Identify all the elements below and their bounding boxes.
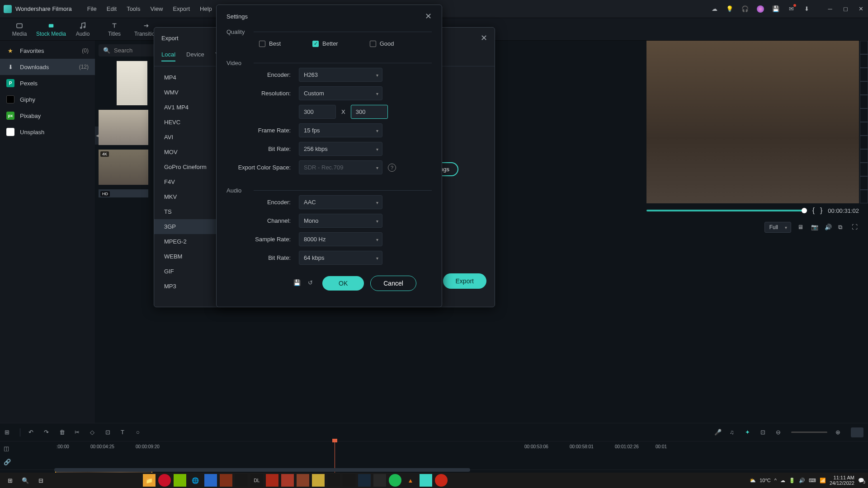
quality-good[interactable]: Good — [370, 40, 394, 47]
search-input[interactable]: 🔍 Search — [99, 44, 154, 56]
mark-in-icon[interactable]: { — [812, 206, 815, 215]
media-thumb[interactable] — [117, 61, 147, 105]
notifications-icon[interactable]: 💬3 — [858, 478, 864, 483]
resolution-dropdown[interactable]: Custom▾ — [299, 86, 382, 100]
timeline-view-icon[interactable] — [851, 427, 863, 437]
zoom-in-icon[interactable]: ⊕ — [835, 429, 843, 436]
marker-slot[interactable] — [860, 163, 868, 176]
marker-slot[interactable] — [860, 41, 868, 54]
menu-tools[interactable]: Tools — [122, 3, 145, 15]
link-icon[interactable]: 🔗 — [4, 459, 11, 466]
sidebar-item-unsplash[interactable]: Unsplash — [0, 124, 95, 140]
preview-viewport[interactable] — [646, 41, 859, 203]
tray-volume-icon[interactable]: 🔊 — [799, 478, 805, 483]
volume-icon[interactable]: 🔊 — [825, 224, 832, 231]
app-icon[interactable]: DL — [250, 474, 263, 487]
save-icon[interactable]: 💾 — [772, 5, 779, 13]
app-icon[interactable] — [297, 474, 309, 487]
filmora-task-icon[interactable] — [420, 474, 432, 487]
chrome-icon[interactable]: 🌐 — [189, 474, 202, 487]
tag-icon[interactable]: ◇ — [90, 429, 97, 436]
format-mkv[interactable]: MKV — [154, 189, 217, 204]
cloud-icon[interactable]: ☁ — [711, 5, 718, 13]
snapshot-icon[interactable]: 📷 — [811, 224, 818, 231]
menu-file[interactable]: File — [83, 3, 101, 15]
menu-view[interactable]: View — [146, 3, 167, 15]
app-icon[interactable] — [327, 474, 340, 487]
format-mp3[interactable]: MP3 — [154, 279, 217, 294]
format-webm[interactable]: WEBM — [154, 249, 217, 264]
weather-temp[interactable]: 10°C — [760, 478, 771, 483]
marker-slot[interactable] — [860, 149, 868, 163]
app-icon[interactable] — [312, 474, 325, 487]
cancel-button[interactable]: Cancel — [370, 276, 416, 291]
app-icon[interactable] — [204, 474, 217, 487]
mixer-icon[interactable]: ♫ — [730, 429, 737, 436]
format-ts[interactable]: TS — [154, 204, 217, 219]
popout-icon[interactable]: ⧉ — [838, 224, 845, 231]
sidebar-item-giphy[interactable]: Giphy — [0, 91, 95, 108]
app-icon[interactable] — [358, 474, 371, 487]
lightbulb-icon[interactable]: 💡 — [726, 5, 733, 13]
format-gif[interactable]: GIF — [154, 264, 217, 279]
export-button[interactable]: Export — [443, 273, 486, 289]
quality-best[interactable]: Best — [259, 40, 281, 47]
marker-slot[interactable] — [860, 54, 868, 68]
scrubber-knob[interactable] — [802, 208, 807, 213]
marker-green-icon[interactable]: ✦ — [745, 429, 752, 436]
format-mov[interactable]: MOV — [154, 145, 217, 160]
format-f4v[interactable]: F4V — [154, 174, 217, 189]
opera-icon[interactable] — [158, 474, 171, 487]
tray-wifi-icon[interactable]: 📶 — [820, 478, 826, 483]
timeline-hscroll[interactable] — [54, 468, 470, 472]
nvidia-icon[interactable] — [174, 474, 186, 487]
resolution-width-input[interactable] — [299, 105, 336, 119]
app-icon[interactable] — [220, 474, 232, 487]
spotify-icon[interactable] — [389, 474, 401, 487]
maximize-icon[interactable]: ◻ — [842, 5, 849, 13]
sidebar-item-downloads[interactable]: ⬇ Downloads (12) — [0, 59, 95, 75]
sidebar-item-pixabay[interactable]: px Pixabay — [0, 108, 95, 124]
tray-battery-icon[interactable]: 🔋 — [789, 478, 795, 483]
export-tab-device[interactable]: Device — [186, 48, 204, 61]
explorer-icon[interactable]: 📁 — [143, 474, 156, 487]
redo-icon[interactable]: ↷ — [44, 429, 51, 436]
tray-chevron-icon[interactable]: ^ — [774, 478, 777, 483]
app-icon[interactable] — [281, 474, 294, 487]
timeline-ruler[interactable]: :00:00 00:00:04:25 00:00:09:20 00:00:53:… — [54, 441, 868, 455]
export-tab-local[interactable]: Local — [161, 48, 175, 61]
mic-icon[interactable]: 🎤 — [714, 429, 722, 436]
quality-better[interactable]: ✓Better — [312, 40, 338, 47]
menu-help[interactable]: Help — [195, 3, 217, 15]
menu-export[interactable]: Export — [168, 3, 194, 15]
app-icon[interactable] — [373, 474, 386, 487]
adjust-icon[interactable]: ⊞ — [5, 429, 12, 436]
fullscreen-icon[interactable]: ⛶ — [852, 224, 859, 231]
reset-icon[interactable]: ↺ — [308, 279, 316, 287]
marker-slot[interactable] — [860, 95, 868, 108]
display-icon[interactable]: 🖥 — [797, 224, 805, 231]
fit-icon[interactable]: ⊡ — [760, 429, 768, 436]
app-icon[interactable] — [266, 474, 278, 487]
app-icon[interactable] — [235, 474, 248, 487]
ok-button[interactable]: OK — [322, 276, 364, 291]
marker-slot[interactable] — [860, 108, 868, 122]
framerate-dropdown[interactable]: 15 fps▾ — [299, 123, 382, 137]
app-icon[interactable] — [435, 474, 448, 487]
zoom-slider[interactable] — [791, 432, 827, 433]
format-3gp[interactable]: 3GP — [154, 219, 217, 234]
tab-stock-media[interactable]: Stock Media — [35, 22, 67, 37]
format-wmv[interactable]: WMV — [154, 85, 217, 100]
sidebar-item-favorites[interactable]: ★ Favorites (0) — [0, 42, 95, 59]
cut-icon[interactable]: ✂ — [75, 429, 82, 436]
weather-icon[interactable]: ⛅ — [750, 478, 756, 483]
zoom-out-icon[interactable]: ⊖ — [776, 429, 783, 436]
marker-slot[interactable] — [860, 190, 868, 203]
download-icon[interactable]: ⬇ — [803, 5, 810, 13]
message-icon[interactable]: ✉ — [788, 5, 795, 13]
delete-icon[interactable]: 🗑 — [59, 429, 66, 436]
undo-icon[interactable]: ↶ — [28, 429, 36, 436]
channel-dropdown[interactable]: Mono▾ — [299, 214, 382, 228]
mark-out-icon[interactable]: } — [820, 206, 822, 215]
tab-media[interactable]: Media — [4, 22, 35, 37]
